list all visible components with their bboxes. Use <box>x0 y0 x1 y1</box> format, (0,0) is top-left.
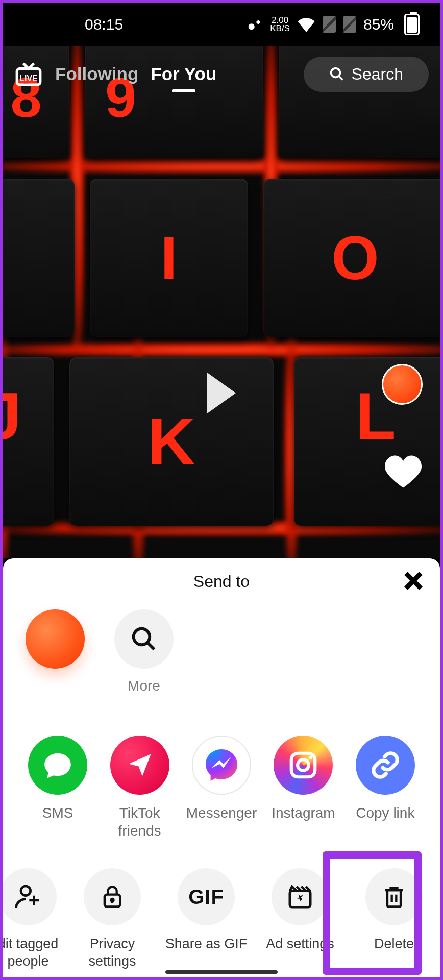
share-copy-link[interactable]: Copy link <box>349 736 422 840</box>
svg-point-7 <box>21 886 31 896</box>
more-circle <box>114 609 174 669</box>
tab-for-you[interactable]: For You <box>151 64 216 84</box>
svg-point-2 <box>331 68 340 78</box>
contact-avatar <box>26 609 85 669</box>
svg-point-3 <box>134 629 150 645</box>
person-plus-icon <box>0 868 57 925</box>
friends-icon <box>110 736 169 795</box>
share-messenger[interactable]: Messenger <box>185 736 258 840</box>
close-button[interactable] <box>402 570 425 596</box>
send-contact[interactable] <box>24 609 86 694</box>
share-tiktok-friends[interactable]: TikTok friends <box>103 736 176 840</box>
more-label: More <box>128 678 160 694</box>
sms-icon <box>28 736 87 795</box>
sms-label: SMS <box>42 804 73 822</box>
play-icon[interactable] <box>207 373 236 413</box>
home-indicator[interactable] <box>165 970 278 974</box>
gif-text: GIF <box>188 886 224 909</box>
svg-point-6 <box>309 756 313 760</box>
ads-label: Ad settings <box>266 936 334 953</box>
tagged-label: dit tagged people <box>0 936 61 970</box>
video-feed[interactable]: 8 9 I O J K L LIVE Following For You Sea… <box>3 46 440 558</box>
sheet-title: Send to <box>193 572 250 591</box>
sim-icon-2 <box>343 16 356 33</box>
action-ad-settings[interactable]: Ad settings <box>257 868 343 970</box>
author-avatar[interactable] <box>382 364 423 405</box>
divider <box>21 720 422 720</box>
svg-point-9 <box>111 899 113 901</box>
top-nav: LIVE Following For You Search <box>3 51 440 97</box>
battery-percent: 85% <box>363 16 394 33</box>
privacy-label: Privacy settings <box>69 936 155 970</box>
live-icon[interactable]: LIVE <box>14 60 43 88</box>
search-label: Search <box>352 65 403 84</box>
video-background: 8 9 I O J K L <box>3 46 440 558</box>
instagram-label: Instagram <box>272 804 335 822</box>
svg-point-5 <box>298 760 309 771</box>
tab-following[interactable]: Following <box>55 64 138 84</box>
link-icon <box>356 736 415 795</box>
status-time: 08:15 <box>23 16 123 33</box>
sheet-header: Send to <box>3 558 440 604</box>
search-icon <box>130 625 158 653</box>
action-share-gif[interactable]: GIF Share as GIF <box>163 868 249 970</box>
key-icon <box>244 15 263 34</box>
share-app-row: SMS TikTok friends Messenger Instagram C… <box>3 736 440 845</box>
svg-text:LIVE: LIVE <box>19 74 37 83</box>
action-privacy[interactable]: Privacy settings <box>69 868 155 970</box>
share-sms[interactable]: SMS <box>21 736 94 840</box>
svg-rect-11 <box>387 890 401 907</box>
action-row: dit tagged people Privacy settings GIF S… <box>3 845 440 970</box>
gif-icon: GIF <box>178 868 235 925</box>
net-speed-unit: KB/S <box>270 24 290 33</box>
status-right: 2.00 KB/S 85% <box>244 14 420 35</box>
share-sheet: Send to More SMS TikTok friends <box>3 558 440 977</box>
wifi-icon <box>297 17 315 32</box>
send-to-row: More <box>3 604 440 709</box>
instagram-icon <box>274 736 333 795</box>
gif-label: Share as GIF <box>165 936 248 953</box>
action-edit-tagged[interactable]: dit tagged people <box>0 868 61 970</box>
delete-label: Delete <box>374 936 414 953</box>
battery-icon <box>401 14 420 35</box>
share-instagram[interactable]: Instagram <box>267 736 339 840</box>
like-button[interactable] <box>382 450 425 493</box>
status-bar: 08:15 2.00 KB/S 85% <box>3 3 440 46</box>
search-icon <box>329 66 344 82</box>
clapperboard-icon <box>272 868 329 925</box>
copylink-label: Copy link <box>356 804 414 822</box>
send-more[interactable]: More <box>113 609 175 694</box>
lock-icon <box>84 868 141 925</box>
search-button[interactable]: Search <box>304 57 429 92</box>
action-delete[interactable]: Delete <box>351 868 437 970</box>
trash-icon <box>365 868 423 925</box>
messenger-label: Messenger <box>186 804 257 822</box>
network-speed: 2.00 KB/S <box>270 16 290 33</box>
friends-label: TikTok friends <box>103 804 176 840</box>
messenger-icon <box>192 736 251 795</box>
sim-icon-1 <box>323 16 336 33</box>
